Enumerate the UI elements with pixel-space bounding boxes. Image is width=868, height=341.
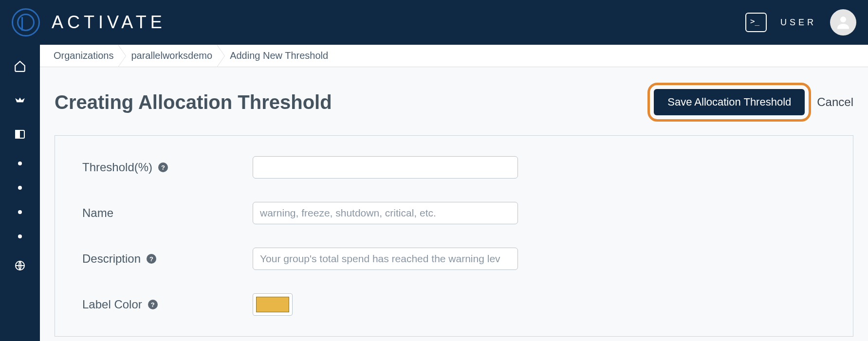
user-label: USER (780, 18, 816, 28)
save-button[interactable]: Save Allocation Threshold (654, 89, 805, 115)
label-color-label: Label Color ? (82, 298, 253, 311)
help-icon[interactable]: ? (147, 254, 156, 264)
form-panel: Threshold(%) ? Name Description ? (55, 135, 853, 337)
panel-icon[interactable] (13, 127, 27, 141)
sidebar-dot-4[interactable] (18, 234, 22, 238)
color-swatch-fill (256, 297, 289, 312)
description-input[interactable] (253, 248, 518, 270)
description-label: Description ? (82, 252, 253, 266)
sidebar-dot-3[interactable] (18, 210, 22, 214)
content-area: Organizations parallelworksdemo Adding N… (40, 45, 868, 341)
breadcrumb: Organizations parallelworksdemo Adding N… (40, 45, 868, 67)
sidebar-dot-1[interactable] (18, 162, 22, 165)
svg-point-0 (840, 17, 846, 22)
header-right: >_ USER (745, 9, 856, 36)
threshold-input[interactable] (253, 156, 518, 179)
breadcrumb-current: Adding New Threshold (221, 50, 337, 61)
threshold-label-text: Threshold(%) (82, 161, 152, 174)
label-color-swatch[interactable] (253, 293, 293, 316)
globe-icon[interactable] (13, 259, 27, 272)
sidebar-dot-2[interactable] (18, 186, 22, 190)
name-label: Name (82, 206, 253, 220)
cancel-button[interactable]: Cancel (817, 95, 853, 109)
name-input[interactable] (253, 202, 518, 224)
help-icon[interactable]: ? (158, 162, 168, 172)
save-button-highlight: Save Allocation Threshold (647, 83, 811, 122)
terminal-icon[interactable]: >_ (745, 13, 767, 32)
home-icon[interactable] (13, 59, 27, 73)
breadcrumb-org-name[interactable]: parallelworksdemo (122, 50, 221, 61)
app-header: ACTIVATE >_ USER (0, 0, 868, 45)
label-color-label-text: Label Color (82, 298, 142, 311)
page-title: Creating Allocation Threshold (55, 91, 332, 113)
sidebar (0, 45, 40, 341)
name-label-text: Name (82, 206, 113, 220)
breadcrumb-organizations[interactable]: Organizations (54, 50, 122, 61)
brand-name: ACTIVATE (52, 12, 166, 33)
header-left: ACTIVATE (12, 8, 166, 36)
svg-rect-2 (16, 130, 19, 138)
avatar[interactable] (830, 9, 856, 36)
threshold-label: Threshold(%) ? (82, 161, 253, 174)
description-label-text: Description (82, 252, 141, 266)
inbox-icon[interactable] (13, 93, 27, 107)
help-icon[interactable]: ? (148, 300, 158, 309)
logo-icon[interactable] (12, 8, 40, 36)
